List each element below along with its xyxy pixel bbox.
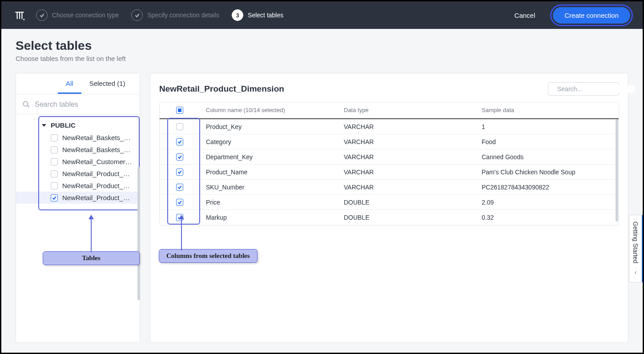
column-checkbox[interactable] — [176, 199, 183, 206]
step-2-label: Specify connection details — [147, 12, 219, 19]
search-columns-input[interactable] — [557, 85, 635, 93]
step-1: Choose connection type — [36, 9, 119, 21]
table-name: NewRetail_Baskets_Fact_... — [62, 146, 133, 153]
column-row: PriceDOUBLE2.09 — [160, 195, 619, 210]
getting-started-label: Getting Started — [632, 221, 639, 263]
column-type: VARCHAR — [338, 119, 475, 135]
tab-all[interactable]: All — [58, 73, 81, 94]
columns-title: NewRetail_Product_Dimension — [159, 84, 284, 94]
step-3: 3 Select tables — [232, 9, 283, 21]
column-name: SKU_Number — [200, 179, 338, 195]
column-name: Department_Key — [200, 149, 338, 165]
app-logo-icon — [14, 9, 25, 21]
table-checkbox[interactable] — [51, 158, 58, 165]
column-row: CategoryVARCHARFood — [160, 134, 619, 149]
tab-selected[interactable]: Selected (1) — [81, 73, 133, 94]
table-checkbox[interactable] — [51, 134, 58, 141]
column-checkbox[interactable] — [176, 184, 183, 191]
column-checkbox[interactable] — [176, 138, 183, 145]
header-data-type: Data type — [338, 102, 475, 118]
cancel-button[interactable]: Cancel — [507, 7, 543, 24]
column-checkbox[interactable] — [176, 123, 183, 130]
table-name: NewRetail_Product_Dime... — [62, 194, 133, 201]
step-3-number: 3 — [232, 9, 243, 21]
tables-panel: All Selected (1) PUBLIC NewRetail_Basket… — [16, 73, 140, 343]
search-tables[interactable] — [16, 94, 140, 114]
column-row: Product_KeyVARCHAR1 — [160, 119, 619, 134]
table-item[interactable]: NewRetail_Baskets_Fact — [16, 132, 140, 144]
schema-row[interactable]: PUBLIC — [16, 119, 140, 132]
wizard-steps: Choose connection type Specify connectio… — [36, 9, 283, 21]
getting-started-tab[interactable]: Getting Started ‹ — [629, 215, 643, 282]
header-column-name: Column name (10/14 selected) — [200, 102, 338, 118]
column-row: SKU_NumberVARCHARPC26182784343090822 — [160, 180, 619, 195]
column-checkbox[interactable] — [176, 153, 183, 161]
table-name: NewRetail_Baskets_Fact — [62, 134, 133, 141]
tables-tabs: All Selected (1) — [16, 73, 140, 94]
arrow-icon — [177, 215, 186, 250]
select-all-checkbox[interactable] — [176, 107, 183, 114]
page-subtitle: Choose tables from the list on the left — [16, 55, 628, 62]
step-3-label: Select tables — [248, 12, 283, 19]
column-sample: 2.09 — [475, 194, 619, 210]
table-item[interactable]: NewRetail_Customer_Dim... — [16, 156, 140, 168]
column-type: VARCHAR — [338, 149, 475, 165]
svg-point-0 — [23, 19, 24, 20]
table-item[interactable]: NewRetail_Baskets_Fact_... — [16, 144, 140, 156]
column-type: VARCHAR — [338, 164, 475, 180]
tables-tree: PUBLIC NewRetail_Baskets_FactNewRetail_B… — [16, 114, 140, 208]
columns-header-row: Column name (10/14 selected) Data type S… — [160, 102, 619, 119]
column-name: Category — [200, 134, 338, 150]
create-connection-button[interactable]: Create connection — [553, 7, 630, 24]
search-icon — [22, 101, 30, 109]
wizard-header: Choose connection type Specify connectio… — [1, 1, 643, 29]
column-sample: Canned Goods — [475, 149, 619, 165]
column-name: Markup — [200, 209, 338, 225]
svg-point-1 — [23, 101, 28, 106]
header-sample-data: Sample data — [475, 102, 619, 118]
table-item[interactable]: NewRetail_Product_Diet_... — [16, 180, 140, 192]
check-icon — [131, 9, 143, 21]
column-sample: 0.32 — [475, 209, 619, 225]
table-item[interactable]: NewRetail_Product_Cost_... — [16, 168, 140, 180]
column-type: DOUBLE — [338, 194, 475, 210]
search-columns[interactable] — [548, 82, 619, 96]
table-name: NewRetail_Customer_Dim... — [62, 158, 133, 165]
table-checkbox[interactable] — [51, 170, 58, 177]
column-name: Product_Key — [200, 119, 338, 135]
schema-label: PUBLIC — [51, 121, 76, 129]
column-name: Product_Name — [200, 164, 338, 180]
columns-table: Column name (10/14 selected) Data type S… — [159, 102, 619, 225]
table-scrollbar[interactable] — [616, 119, 618, 221]
column-row: MarkupDOUBLE0.32 — [160, 210, 619, 225]
column-row: Department_KeyVARCHARCanned Goods — [160, 149, 619, 165]
svg-marker-4 — [89, 215, 94, 219]
column-sample: PC26182784343090822 — [475, 179, 619, 195]
page-title: Select tables — [16, 39, 628, 53]
table-item[interactable]: NewRetail_Product_Dime... — [16, 192, 140, 204]
column-name: Price — [200, 194, 338, 210]
columns-panel: NewRetail_Product_Dimension Column name … — [150, 73, 628, 343]
step-2: Specify connection details — [131, 9, 219, 21]
callout-tables: Tables — [43, 251, 140, 265]
table-checkbox[interactable] — [51, 146, 58, 153]
callout-columns: Columns from selected tables — [159, 249, 258, 263]
table-name: NewRetail_Product_Cost_... — [62, 170, 133, 177]
table-checkbox[interactable] — [51, 182, 58, 189]
table-name: NewRetail_Product_Diet_... — [62, 182, 133, 189]
table-checkbox[interactable] — [51, 194, 58, 201]
chevron-left-icon: ‹ — [635, 269, 637, 276]
check-icon — [36, 9, 48, 21]
left-scrollbar[interactable] — [137, 167, 140, 300]
step-1-label: Choose connection type — [52, 12, 119, 19]
column-row: Product_NameVARCHARPam's Club Chicken No… — [160, 165, 619, 180]
column-sample: Pam's Club Chicken Noodle Soup — [475, 164, 619, 180]
arrow-icon — [87, 215, 96, 252]
caret-down-icon — [42, 124, 46, 127]
svg-line-2 — [27, 105, 29, 108]
column-type: VARCHAR — [338, 134, 475, 150]
search-tables-input[interactable] — [35, 98, 133, 111]
column-checkbox[interactable] — [176, 169, 183, 176]
column-type: VARCHAR — [338, 179, 475, 195]
column-sample: 1 — [475, 119, 619, 135]
